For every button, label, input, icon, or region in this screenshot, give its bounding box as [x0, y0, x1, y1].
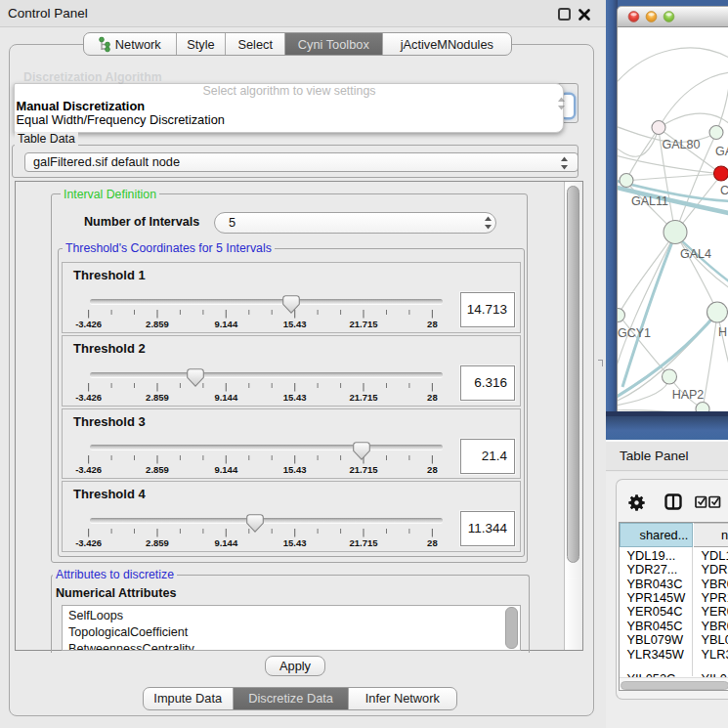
svg-text:GAL4: GAL4 — [680, 247, 711, 261]
svg-text:GCY1: GCY1 — [618, 326, 651, 340]
svg-text:GAL80: GAL80 — [663, 138, 701, 151]
svg-text:GA: GA — [715, 145, 728, 158]
svg-text:H: H — [718, 325, 727, 339]
svg-text:GAL11: GAL11 — [631, 194, 668, 208]
svg-text:HAP2: HAP2 — [672, 388, 705, 402]
svg-text:C: C — [720, 184, 728, 197]
